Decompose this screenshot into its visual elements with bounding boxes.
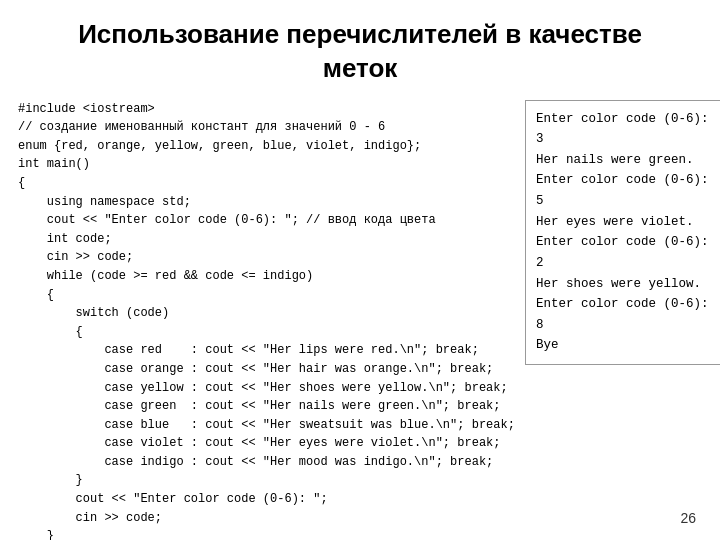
output-line: Enter color code (0-6): 3 xyxy=(536,109,712,150)
output-line: Her eyes were violet. xyxy=(536,212,712,233)
page-title: Использование перечислителей в качестве … xyxy=(0,0,720,100)
output-box: Enter color code (0-6): 3Her nails were … xyxy=(525,100,720,366)
output-line: Enter color code (0-6): 8 xyxy=(536,294,712,335)
output-line: Enter color code (0-6): 2 xyxy=(536,232,712,273)
output-line: Enter color code (0-6): 5 xyxy=(536,170,712,211)
output-line: Bye xyxy=(536,335,712,356)
code-block: #include <iostream> // создание именован… xyxy=(18,100,515,540)
output-line: Her shoes were yellow. xyxy=(536,274,712,295)
output-line: Her nails were green. xyxy=(536,150,712,171)
page-number: 26 xyxy=(680,510,696,526)
